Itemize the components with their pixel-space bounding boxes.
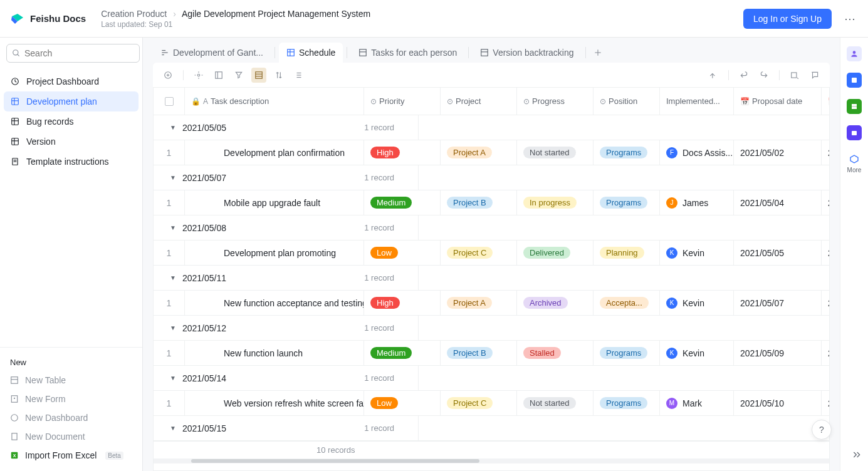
cell-progress[interactable]: In progress (517, 190, 593, 215)
group-header[interactable]: ▼ 2021/05/11 1 record (154, 266, 829, 291)
sidebar-item-development-plan[interactable]: Development plan (4, 91, 139, 111)
cell-priority[interactable]: Medium (364, 341, 441, 365)
horizontal-scrollbar[interactable] (154, 458, 829, 463)
table-row[interactable]: 1 New function launch Medium Project B S… (154, 341, 829, 366)
layout-icon[interactable] (211, 68, 226, 83)
cell-project[interactable]: Project A (441, 140, 517, 165)
rail-more[interactable]: More (847, 152, 862, 173)
select-all-checkbox[interactable] (154, 88, 185, 115)
cell-position[interactable]: Accepta... (593, 291, 660, 315)
table-row[interactable]: 1 New function acceptance and testing Hi… (154, 291, 829, 316)
cell-progress[interactable]: Stalled (517, 341, 593, 365)
find-icon[interactable] (787, 68, 802, 83)
breadcrumb-parent[interactable]: Creation Product (101, 9, 167, 19)
column-progress[interactable]: ⊙Progress (517, 88, 593, 115)
cell-implemented[interactable]: KKevin (660, 291, 734, 315)
tab-schedule[interactable]: Schedule (279, 43, 343, 63)
undo-icon[interactable] (736, 68, 751, 83)
cell-implemented[interactable]: KKevin (660, 341, 734, 365)
group-header[interactable]: ▼ 2021/05/07 1 record (154, 165, 829, 190)
cell-project[interactable]: Project B (441, 190, 517, 215)
table-row[interactable]: 1 Web version refresh white screen fault… (154, 391, 829, 416)
cell-proposal-date[interactable]: 2021/05/07 (734, 291, 822, 315)
cell-progress[interactable]: Not started (517, 140, 593, 165)
group-header[interactable]: ▼ 2021/05/15 1 record (154, 416, 829, 441)
add-record-icon[interactable] (160, 68, 175, 83)
sidebar-item-template[interactable]: Template instructions (4, 152, 139, 172)
group-icon[interactable] (251, 68, 266, 83)
redo-icon[interactable] (756, 68, 771, 83)
more-menu-icon[interactable]: ⋯ (842, 9, 858, 28)
import-excel-button[interactable]: XImport From ExcelBeta (4, 446, 139, 465)
tab-tasks-person[interactable]: Tasks for each person (351, 43, 464, 63)
sidebar-item-version[interactable]: Version (4, 132, 139, 152)
cell-task[interactable]: New function launch (185, 341, 364, 365)
search-input[interactable] (6, 44, 140, 63)
sidebar-item-dashboard[interactable]: Project Dashboard (4, 71, 139, 91)
new-dashboard-button[interactable]: New Dashboard (4, 408, 139, 427)
group-header[interactable]: ▼ 2021/05/14 1 record (154, 366, 829, 391)
table-row[interactable]: 1 Mobile app upgrade fault Medium Projec… (154, 190, 829, 215)
cell-implemented[interactable]: MMark (660, 391, 734, 415)
help-button[interactable]: ? (812, 420, 832, 440)
expand-rail-icon[interactable] (852, 450, 862, 460)
column-priority[interactable]: ⊙Priority (364, 88, 441, 115)
cell-task[interactable]: Development plan promoting (185, 241, 364, 265)
cell-project[interactable]: Project B (441, 341, 517, 365)
caret-down-icon[interactable]: ▼ (170, 375, 176, 381)
rail-calendar-icon[interactable] (847, 125, 862, 140)
cell-priority[interactable]: High (364, 140, 441, 165)
column-proposal-date[interactable]: 📅Proposal date (734, 88, 822, 115)
caret-down-icon[interactable]: ▼ (170, 274, 176, 281)
sort-icon[interactable] (271, 68, 286, 83)
cell-position[interactable]: Programs (593, 341, 660, 365)
cell-task[interactable]: New function acceptance and testing (185, 291, 364, 315)
cell-proposal-date[interactable]: 2021/05/04 (734, 190, 822, 215)
cell-priority[interactable]: Low (364, 391, 441, 415)
cell-task[interactable]: Development plan confirmation (185, 140, 364, 165)
group-header[interactable]: ▼ 2021/05/12 1 record (154, 316, 829, 341)
settings-icon[interactable] (191, 68, 206, 83)
rail-sheets-icon[interactable] (847, 99, 862, 114)
filter-icon[interactable] (231, 68, 246, 83)
cell-position[interactable]: Programs (593, 391, 660, 415)
cell-extra[interactable]: 2 (822, 391, 830, 415)
cell-project[interactable]: Project A (441, 291, 517, 315)
cell-implemented[interactable]: FDocs Assis... (660, 140, 734, 165)
row-height-icon[interactable] (291, 68, 306, 83)
cell-project[interactable]: Project C (441, 391, 517, 415)
cell-progress[interactable]: Delivered (517, 241, 593, 265)
cell-extra[interactable]: 2 (822, 341, 830, 365)
rail-user-icon[interactable] (847, 46, 862, 61)
cell-proposal-date[interactable]: 2021/05/05 (734, 241, 822, 265)
cell-proposal-date[interactable]: 2021/05/02 (734, 140, 822, 165)
cell-proposal-date[interactable]: 2021/05/10 (734, 391, 822, 415)
rail-app1-icon[interactable] (847, 73, 862, 88)
cell-implemented[interactable]: JJames (660, 190, 734, 215)
group-header[interactable]: ▼ 2021/05/08 1 record (154, 215, 829, 241)
new-table-button[interactable]: New Table (4, 371, 139, 390)
caret-down-icon[interactable]: ▼ (170, 224, 176, 231)
cell-extra[interactable]: 2 (822, 291, 830, 315)
add-tab-button[interactable] (590, 44, 606, 61)
group-header[interactable]: ▼ 2021/05/05 1 record (154, 115, 829, 140)
caret-down-icon[interactable]: ▼ (170, 425, 176, 432)
cell-proposal-date[interactable]: 2021/05/09 (734, 341, 822, 365)
column-task[interactable]: 🔒ATask description (185, 88, 364, 115)
cell-priority[interactable]: Medium (364, 190, 441, 215)
cell-priority[interactable]: High (364, 291, 441, 315)
column-implemented[interactable]: Implemented... (660, 88, 734, 115)
cell-progress[interactable]: Not started (517, 391, 593, 415)
column-position[interactable]: ⊙Position (593, 88, 660, 115)
cell-extra[interactable]: 2 (822, 190, 830, 215)
share-icon[interactable] (706, 68, 721, 83)
caret-down-icon[interactable]: ▼ (170, 124, 176, 131)
caret-down-icon[interactable]: ▼ (170, 174, 176, 181)
table-row[interactable]: 1 Development plan confirmation High Pro… (154, 140, 829, 165)
tab-version-backtracking[interactable]: Version backtracking (473, 43, 581, 63)
table-row[interactable]: 1 Development plan promoting Low Project… (154, 241, 829, 266)
tab-gantt[interactable]: Development of Gant... (153, 43, 271, 63)
app-logo[interactable]: Feishu Docs (10, 11, 86, 26)
cell-implemented[interactable]: KKevin (660, 241, 734, 265)
new-form-button[interactable]: New Form (4, 390, 139, 408)
